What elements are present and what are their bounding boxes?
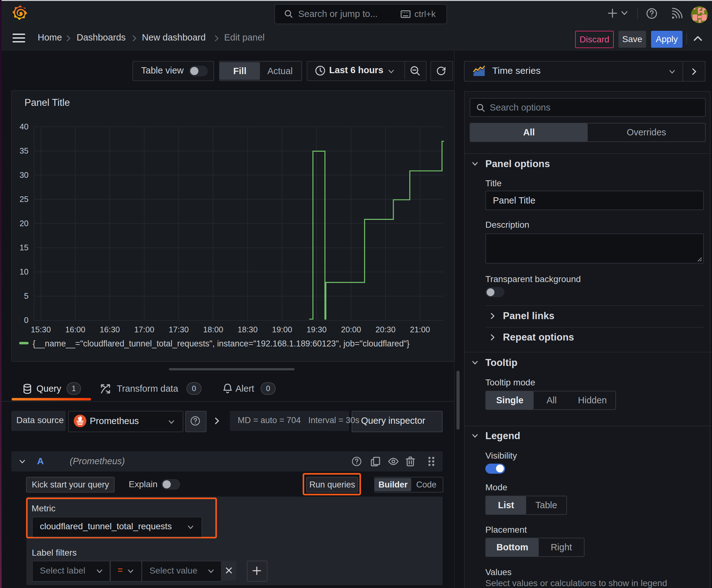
- svg-text:17:30: 17:30: [169, 325, 189, 334]
- svg-text:18:30: 18:30: [238, 325, 258, 334]
- svg-text:35: 35: [19, 146, 28, 155]
- svg-text:16:00: 16:00: [65, 325, 85, 334]
- svg-text:25: 25: [19, 195, 28, 204]
- svg-text:15:30: 15:30: [31, 325, 51, 334]
- svg-text:20:00: 20:00: [341, 325, 361, 334]
- svg-text:19:00: 19:00: [272, 325, 292, 334]
- svg-text:5: 5: [24, 292, 28, 300]
- svg-text:18:00: 18:00: [203, 325, 223, 334]
- svg-text:15: 15: [19, 243, 28, 252]
- svg-text:20:30: 20:30: [375, 325, 395, 334]
- svg-text:30: 30: [19, 171, 28, 180]
- svg-text:40: 40: [19, 122, 28, 131]
- svg-text:0: 0: [24, 316, 28, 324]
- svg-text:19:30: 19:30: [306, 325, 326, 334]
- svg-text:16:30: 16:30: [100, 325, 120, 334]
- svg-text:20: 20: [19, 219, 28, 228]
- svg-text:17:00: 17:00: [134, 325, 154, 334]
- svg-text:10: 10: [19, 267, 28, 276]
- svg-text:21:00: 21:00: [410, 325, 430, 334]
